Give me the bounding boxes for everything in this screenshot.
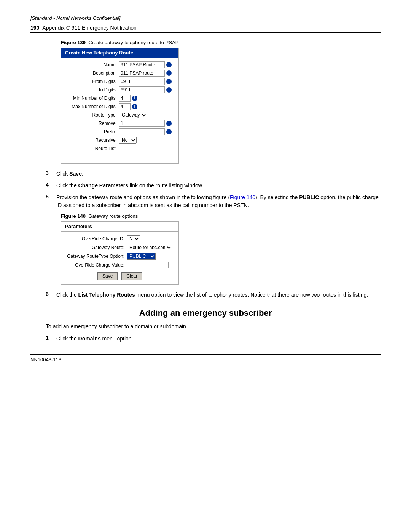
to-digits-input[interactable] [119, 86, 165, 93]
telephony-route-body: Name: i Description: i From Digits: i [61, 58, 178, 163]
prefix-input[interactable] [119, 128, 165, 135]
field-max-digits: Max Number of Digits: i [66, 103, 174, 110]
step-3: 3 Click Save. [46, 170, 381, 178]
figure-140-caption: Gateway route options [88, 213, 138, 219]
min-digits-input[interactable] [119, 95, 131, 102]
button-row: Save Clear [66, 272, 174, 280]
prefix-info-icon: i [166, 129, 172, 134]
save-button[interactable]: Save [97, 272, 118, 280]
step-6: 6 Click the List Telephony Routes menu o… [46, 291, 381, 299]
remove-input[interactable] [119, 120, 165, 127]
name-input[interactable] [119, 61, 165, 68]
footer: NN10043-113 [30, 354, 381, 363]
param-gateway-route: Gateway Route: Route for abc.com [66, 244, 174, 251]
gateway-route-select[interactable]: Route for abc.com [127, 244, 172, 251]
recursive-select[interactable]: No Yes [119, 137, 137, 144]
figure140-link[interactable]: Figure 140 [230, 194, 255, 200]
telephony-route-box: Create New Telephony Route Name: i Descr… [61, 48, 179, 164]
field-route-type: Route Type: Gateway [66, 112, 174, 118]
max-digits-info-icon: i [132, 104, 137, 109]
route-list-area [119, 146, 134, 157]
clear-button[interactable]: Clear [121, 272, 142, 280]
min-digits-info-icon: i [132, 96, 137, 101]
param-override-charge-id: OverRide Charge ID: N Y [66, 235, 174, 242]
figure-139-container: Figure 139 Create gateway telephony rout… [30, 40, 381, 164]
steps-before-fig140: 3 Click Save. 4 Click the Change Paramet… [30, 170, 381, 209]
parameters-box: Parameters OverRide Charge ID: N Y Gatew… [61, 221, 179, 285]
param-gateway-routetype: Gateway RouteType Option: PUBLIC PRIVATE [66, 253, 174, 260]
step-5: 5 Provision the gateway route and option… [46, 193, 381, 209]
chapter-number: 190 [30, 25, 39, 31]
from-digits-info-icon: i [166, 79, 172, 84]
field-recursive: Recursive: No Yes [66, 137, 174, 144]
max-digits-input[interactable] [119, 103, 131, 110]
step-1-after-section-wrapper: 1 Click the Domains menu option. [30, 335, 381, 343]
figure-139-caption: Create gateway telephony route to PSAP [88, 40, 178, 45]
field-to-digits: To Digits: i [66, 86, 174, 93]
parameters-body: OverRide Charge ID: N Y Gateway Route: R… [61, 232, 178, 284]
remove-info-icon: i [166, 121, 172, 126]
field-name: Name: i [66, 61, 174, 68]
route-type-select[interactable]: Gateway [119, 112, 147, 118]
figure-140-label-bold: Figure 140 [61, 213, 86, 219]
step-6-wrapper: 6 Click the List Telephony Routes menu o… [30, 291, 381, 299]
field-description: Description: i [66, 70, 174, 77]
param-override-charge-value: OverRide Charge Value: [66, 262, 174, 268]
parameters-header: Parameters [61, 222, 178, 232]
description-info-icon: i [166, 70, 172, 76]
section-intro: To add an emergency subscriber to a doma… [30, 323, 381, 329]
step-4: 4 Click the Change Parameters link on th… [46, 182, 381, 190]
figure-140-container: Figure 140 Gateway route options Paramet… [30, 213, 381, 285]
from-digits-input[interactable] [119, 78, 165, 85]
confidential-line: [Standard - Nortel Networks Confidential… [30, 15, 381, 21]
field-min-digits: Min Number of Digits: i [66, 95, 174, 102]
override-charge-id-select[interactable]: N Y [127, 235, 140, 242]
field-route-list: Route List: [66, 146, 174, 157]
chapter-header: 190 Appendix C 911 Emergency Notificatio… [30, 25, 381, 33]
to-digits-info-icon: i [166, 87, 172, 93]
override-charge-value-input[interactable] [127, 262, 169, 268]
field-remove: Remove: i [66, 120, 174, 127]
field-prefix: Prefix: i [66, 128, 174, 135]
name-info-icon: i [166, 62, 172, 67]
figure-139-label-bold: Figure 139 [61, 40, 86, 45]
gateway-routetype-select[interactable]: PUBLIC PRIVATE [127, 253, 156, 260]
field-from-digits: From Digits: i [66, 78, 174, 85]
description-input[interactable] [119, 70, 165, 77]
figure-140-label: Figure 140 Gateway route options [61, 213, 381, 219]
footer-text: NN10043-113 [30, 357, 61, 363]
page-wrapper: [Standard - Nortel Networks Confidential… [0, 0, 411, 378]
figure-139-label: Figure 139 Create gateway telephony rout… [61, 40, 381, 45]
telephony-route-header: Create New Telephony Route [61, 48, 178, 58]
step-1-after-section: 1 Click the Domains menu option. [46, 335, 381, 343]
chapter-title: Appendix C 911 Emergency Notification [42, 25, 136, 31]
section-heading: Adding an emergency subscriber [30, 308, 381, 318]
confidential-text: [Standard - Nortel Networks Confidential… [30, 15, 120, 21]
